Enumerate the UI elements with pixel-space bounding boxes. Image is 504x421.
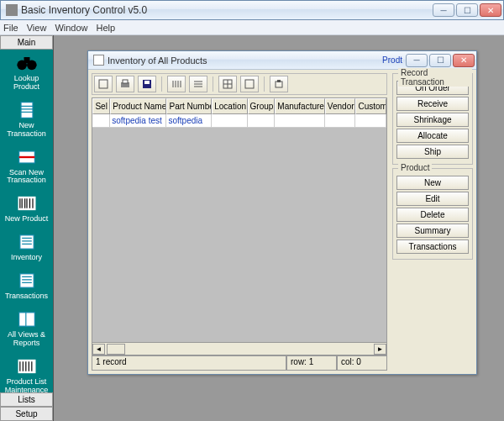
scroll-thumb[interactable]	[107, 344, 125, 355]
svg-rect-20	[276, 82, 282, 87]
sidebar-item-lookup-product[interactable]: Lookup Product	[0, 50, 53, 97]
svg-rect-3	[21, 102, 33, 118]
document-icon	[93, 55, 104, 66]
col-location[interactable]: Location	[212, 98, 247, 114]
svg-rect-6	[19, 235, 33, 249]
horizontal-scrollbar[interactable]: ◄ ►	[92, 342, 386, 355]
product-legend: Product	[398, 163, 432, 172]
toolbar-btn-4[interactable]	[167, 76, 186, 92]
child-titlebar: Inventory of All Products Prodt ─ ☐ ✕	[88, 51, 476, 70]
toolbar-btn-5[interactable]	[189, 76, 207, 92]
minimize-button[interactable]: ─	[433, 3, 454, 17]
shrinkage-button[interactable]: Shrinkage	[396, 113, 469, 127]
child-minimize-button[interactable]: ─	[406, 54, 428, 67]
cell-vendor[interactable]	[325, 114, 356, 128]
inventory-window: Inventory of All Products Prodt ─ ☐ ✕	[87, 50, 477, 375]
list-icon	[15, 271, 39, 291]
svg-rect-7	[19, 274, 33, 287]
ship-button[interactable]: Ship	[396, 145, 469, 159]
maximize-button[interactable]: ☐	[456, 3, 478, 17]
app-icon	[6, 4, 18, 16]
record-transaction-panel: Record Transaction On Order Receive Shri…	[392, 73, 473, 165]
child-body: Sel Product Name Part Number Location Gr…	[88, 70, 476, 374]
status-records: 1 record	[92, 356, 286, 371]
sidebar-item-transactions[interactable]: Transactions	[0, 267, 53, 306]
delete-button[interactable]: Delete	[396, 208, 469, 222]
child-window-buttons: ─ ☐ ✕	[406, 54, 475, 67]
cell-manufacturer[interactable]	[275, 114, 325, 128]
child-close-button[interactable]: ✕	[453, 54, 475, 67]
col-group[interactable]: Group	[248, 98, 276, 114]
list-icon	[15, 232, 39, 252]
cell-sel[interactable]	[92, 114, 110, 128]
svg-rect-2	[24, 57, 29, 63]
allocate-button[interactable]: Allocate	[396, 129, 469, 143]
sidebar-item-product-list-maintenance[interactable]: Product List Maintenance	[0, 353, 53, 392]
cell-group[interactable]	[248, 114, 276, 128]
report-icon	[15, 309, 39, 329]
app-title: Basic Inventory Control v5.0	[21, 4, 433, 16]
sidebar-item-label: Scan New Transaction	[7, 168, 46, 185]
sidebar-tab-main[interactable]: Main	[0, 35, 53, 50]
sidebar-item-all-views-reports[interactable]: All Views & Reports	[0, 306, 53, 353]
toolbar-btn-8[interactable]	[270, 76, 288, 92]
sidebar-items: Lookup Product New Transaction Scan New …	[0, 50, 53, 392]
mdi-canvas: Inventory of All Products Prodt ─ ☐ ✕	[54, 35, 504, 421]
scroll-left-button[interactable]: ◄	[92, 344, 105, 355]
toolbar-btn-1[interactable]	[94, 76, 113, 92]
titlebar: Basic Inventory Control v5.0 ─ ☐ ✕	[0, 0, 504, 20]
grid-body: softpedia test softpedia	[92, 114, 386, 342]
toolbar-separator	[213, 76, 213, 92]
scan-icon	[15, 147, 39, 167]
cell-customer[interactable]	[355, 114, 386, 128]
menubar: File View Window Help	[0, 20, 504, 35]
edit-button[interactable]: Edit	[396, 192, 469, 206]
sidebar: Main Lookup Product New Transaction Scan…	[0, 35, 54, 421]
record-transaction-legend: Record Transaction	[398, 68, 472, 87]
toolbar-btn-7[interactable]	[240, 76, 259, 92]
cell-location[interactable]	[212, 114, 247, 128]
sidebar-item-new-product[interactable]: New Product	[0, 190, 53, 229]
toolbar-btn-6[interactable]	[218, 76, 237, 92]
side-panel: Record Transaction On Order Receive Shri…	[392, 73, 473, 371]
statusbar: 1 record row: 1 col: 0	[92, 355, 387, 371]
menu-window[interactable]: Window	[55, 23, 87, 33]
product-panel: Product New Edit Delete Summary Transact…	[392, 168, 473, 260]
new-button[interactable]: New	[396, 176, 469, 190]
toolbar-print-button[interactable]	[116, 76, 134, 92]
sidebar-item-label: New Product	[5, 214, 49, 223]
menu-file[interactable]: File	[3, 23, 18, 33]
col-customer[interactable]: Custom	[355, 98, 386, 114]
receive-button[interactable]: Receive	[396, 97, 469, 111]
binoculars-icon	[15, 53, 39, 73]
sidebar-item-label: Inventory	[11, 253, 42, 261]
col-vendor[interactable]: Vendor	[325, 98, 356, 114]
transactions-button[interactable]: Transactions	[396, 239, 469, 254]
sidebar-item-new-transaction[interactable]: New Transaction	[0, 97, 53, 144]
menu-help[interactable]: Help	[97, 23, 116, 33]
svg-rect-17	[144, 81, 150, 84]
col-product-name[interactable]: Product Name	[110, 98, 166, 114]
close-button[interactable]: ✕	[480, 3, 501, 17]
summary-button[interactable]: Summary	[396, 224, 469, 238]
barcode-list-icon	[15, 356, 39, 376]
col-manufacturer[interactable]: Manufacturer	[275, 98, 325, 114]
child-right-label: Prodt	[382, 55, 402, 65]
menu-view[interactable]: View	[27, 23, 47, 33]
cell-part-number[interactable]: softpedia	[166, 114, 212, 128]
child-left-pane: Sel Product Name Part Number Location Gr…	[92, 73, 387, 371]
sidebar-tab-setup[interactable]: Setup	[0, 407, 53, 421]
cell-product-name[interactable]: softpedia test	[110, 114, 166, 128]
sidebar-item-inventory[interactable]: Inventory	[0, 229, 53, 267]
scroll-right-button[interactable]: ►	[374, 344, 386, 355]
col-sel[interactable]: Sel	[92, 98, 110, 114]
sidebar-tab-lists[interactable]: Lists	[0, 392, 53, 407]
window-buttons: ─ ☐ ✕	[433, 3, 501, 17]
svg-rect-13	[99, 80, 108, 88]
workarea: Main Lookup Product New Transaction Scan…	[0, 35, 504, 421]
toolbar-save-button[interactable]	[138, 76, 156, 92]
sidebar-item-scan-new-transaction[interactable]: Scan New Transaction	[0, 144, 53, 191]
table-row[interactable]: softpedia test softpedia	[92, 114, 386, 128]
col-part-number[interactable]: Part Number	[166, 98, 212, 114]
child-maximize-button[interactable]: ☐	[429, 54, 451, 67]
